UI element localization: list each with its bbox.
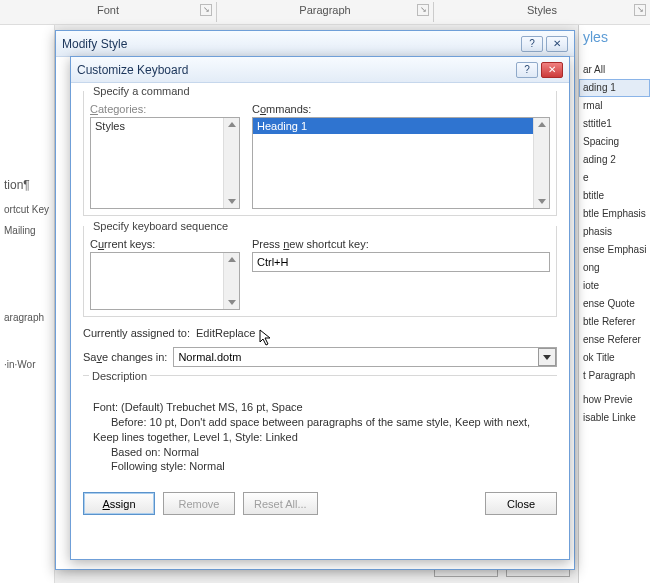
scrollbar[interactable] [223,253,239,309]
assigned-value: EditReplace [196,327,255,339]
style-item[interactable]: ading 1 [579,79,650,97]
ribbon-group-paragraph: Paragraph ↘ [217,0,433,24]
remove-button[interactable]: Remove [163,492,235,515]
style-item[interactable]: t Paragraph [579,367,650,385]
style-item[interactable]: Spacing [579,133,650,151]
customize-titlebar[interactable]: Customize Keyboard ? ✕ [71,57,569,83]
current-keys-label: Current keys: [90,238,240,250]
modify-titlebar[interactable]: Modify Style ? ✕ [56,31,574,57]
style-item[interactable]: sttitle1 [579,115,650,133]
style-item[interactable]: rmal [579,97,650,115]
ribbon-styles-label: Styles [527,4,557,16]
reset-all-button[interactable]: Reset All... [243,492,318,515]
style-item[interactable]: ar All [579,61,650,79]
style-item[interactable]: ense Referer [579,331,650,349]
save-changes-select[interactable] [173,347,557,367]
customize-title: Customize Keyboard [77,63,513,77]
doc-fragment: aragraph [0,309,54,326]
scrollbar[interactable] [223,118,239,208]
doc-fragment: tion¶ [0,175,54,195]
doc-fragment: Mailing [0,222,54,239]
style-item[interactable]: ense Emphasi [579,241,650,259]
commands-listbox[interactable]: Heading 1 [252,117,550,209]
style-item[interactable]: ading 2 [579,151,650,169]
description-title: Description [89,370,150,382]
styles-pane: yles ar Allading 1rmalsttitle1Spacingadi… [578,25,650,583]
ribbon-paragraph-label: Paragraph [299,4,350,16]
categories-label: CCategories:ategories: [90,103,240,115]
doc-fragment: ·in·Wor [0,356,54,373]
assigned-label: Currently assigned to: [83,327,190,339]
style-item[interactable]: btle Referer [579,313,650,331]
dialog-launcher-icon[interactable]: ↘ [417,4,429,16]
style-item[interactable]: ong [579,259,650,277]
help-button[interactable]: ? [521,36,543,52]
list-item[interactable]: Heading 1 [253,118,549,134]
document-area: tion¶ ortcut Key Mailing aragraph ·in·Wo… [0,25,55,583]
ribbon-groups: Font ↘ Paragraph ↘ Styles ↘ [0,0,650,25]
help-button[interactable]: ? [516,62,538,78]
close-button[interactable]: ✕ [541,62,563,78]
styles-pane-title: yles [583,29,608,45]
categories-listbox[interactable]: Styles [90,117,240,209]
save-changes-row: Save changes in: [83,347,557,367]
style-item[interactable]: btitle [579,187,650,205]
dialog-launcher-icon[interactable]: ↘ [634,4,646,16]
specify-sequence-title: Specify keyboard sequence [90,220,231,232]
specify-command-title: Specify a command [90,85,193,97]
desc-line: Before: 10 pt, Don't add space between p… [93,415,547,430]
currently-assigned-row: Currently assigned to: EditReplace [83,327,557,339]
save-label: Save changes in: [83,351,167,363]
chevron-down-icon[interactable] [538,348,556,366]
dialog-launcher-icon[interactable]: ↘ [200,4,212,16]
desc-line: Following style: Normal [93,459,547,474]
close-dialog-button[interactable]: Close [485,492,557,515]
assign-button[interactable]: AAssignssign [83,492,155,515]
desc-line: Based on: Normal [93,445,547,460]
style-item[interactable]: e [579,169,650,187]
current-keys-listbox[interactable] [90,252,240,310]
style-item[interactable]: iote [579,277,650,295]
new-shortcut-input[interactable] [252,252,550,272]
show-preview[interactable]: how Previe [579,391,650,409]
list-item[interactable]: Styles [91,118,239,134]
style-item[interactable]: phasis [579,223,650,241]
desc-line: Keep lines together, Level 1, Style: Lin… [93,430,547,445]
dialog-button-row: AAssignssign Remove Reset All... Close [83,492,557,515]
specify-sequence-group: Specify keyboard sequence Current keys: … [83,226,557,317]
description-text: Font: (Default) Trebuchet MS, 16 pt, Spa… [89,400,551,474]
desc-line: Font: (Default) Trebuchet MS, 16 pt, Spa… [93,400,547,415]
ribbon-font-label: Font [97,4,119,16]
ribbon-group-font: Font ↘ [0,0,216,24]
ribbon-group-styles: Styles ↘ [434,0,650,24]
doc-fragment: ortcut Key [0,201,54,218]
modify-title: Modify Style [62,37,518,51]
close-button[interactable]: ✕ [546,36,568,52]
style-item[interactable]: ok Title [579,349,650,367]
description-group: Description Font: (Default) Trebuchet MS… [83,375,557,480]
specify-command-group: Specify a command CCategories:ategories:… [83,91,557,216]
disable-linked[interactable]: isable Linke [579,409,650,427]
scrollbar[interactable] [533,118,549,208]
customize-keyboard-window: Customize Keyboard ? ✕ Specify a command… [70,56,570,560]
press-new-label: Press new shortcut key: [252,238,550,250]
style-item[interactable]: ense Quote [579,295,650,313]
style-item[interactable]: btle Emphasis [579,205,650,223]
commands-label: Commands: [252,103,550,115]
